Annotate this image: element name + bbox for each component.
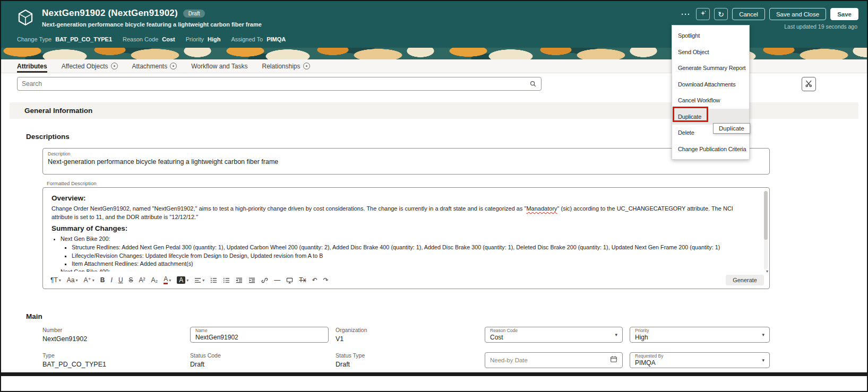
indent-icon[interactable] — [248, 277, 255, 284]
refresh-button[interactable]: ↻ — [714, 8, 728, 20]
redo-icon[interactable]: ↷ — [323, 276, 329, 284]
list-item: Next Gen Bike 400: Lifecycle/Revision Ch… — [61, 268, 755, 272]
paragraph-format-icon[interactable]: ¶T▾ — [50, 276, 61, 284]
page-title: NextGen91902 (NextGen91902) — [42, 8, 178, 19]
text-color-icon[interactable]: A▾ — [164, 276, 171, 284]
save-button[interactable]: Save — [830, 8, 858, 20]
sparkle-icon — [700, 10, 707, 19]
meta-assigned-to: Assigned To PIMQA — [231, 36, 286, 42]
search-input[interactable] — [22, 80, 526, 88]
font-family-icon[interactable]: Aa▾ — [67, 276, 78, 284]
media-icon[interactable] — [286, 277, 293, 284]
bold-icon[interactable]: B — [100, 276, 105, 284]
list-item: Item Attachment Redlines: Added attachme… — [72, 260, 755, 268]
description-field[interactable]: Description Next-generation performance … — [42, 148, 770, 175]
outdent-icon[interactable] — [236, 277, 243, 284]
priority-select[interactable]: Priority High ▾ — [630, 327, 770, 343]
search-field[interactable] — [17, 77, 542, 91]
superscript-icon[interactable]: A² — [139, 276, 145, 284]
menu-item-send-object[interactable]: Send Object — [672, 44, 749, 60]
status-type-field: Status Type Draft — [336, 352, 485, 368]
numbered-list-icon[interactable] — [223, 277, 230, 284]
count-icon — [111, 63, 118, 69]
bullet-list-icon[interactable] — [210, 277, 217, 284]
app-logo-icon — [16, 8, 35, 27]
menu-item-cancel-workflow[interactable]: Cancel Workflow — [672, 92, 749, 109]
align-icon[interactable]: ▾ — [194, 277, 204, 284]
menu-item-generate-summary-report[interactable]: Generate Summary Report — [672, 60, 749, 76]
tab-attributes[interactable]: Attributes — [17, 59, 47, 73]
organization-field: Organization V1 — [336, 327, 485, 343]
italic-icon[interactable]: I — [111, 276, 113, 284]
underline-icon[interactable]: U — [118, 276, 123, 284]
undo-icon[interactable]: ↶ — [312, 276, 317, 284]
name-field[interactable]: Name NextGen91902 — [190, 327, 329, 343]
scissors-icon — [805, 80, 813, 89]
menu-item-spotlight[interactable]: Spotlight — [672, 28, 749, 44]
generate-button[interactable]: Generate — [726, 275, 764, 285]
refresh-icon: ↻ — [718, 10, 724, 19]
duplicate-tooltip: Duplicate — [713, 123, 750, 134]
search-icon[interactable] — [529, 80, 537, 88]
header-meta: Change Type BAT_PD_CO_TYPE1 Reason Code … — [17, 36, 286, 42]
section-main: Main — [26, 312, 858, 320]
tab-affected-objects[interactable]: Affected Objects — [62, 59, 118, 73]
chevron-down-icon: ▾ — [762, 332, 764, 337]
actions-dropdown-menu: Spotlight Send Object Generate Summary R… — [672, 25, 750, 160]
last-updated-text: Last updated 19 seconds ago — [784, 23, 857, 30]
menu-item-change-publication-criteria[interactable]: Change Publication Criteria — [672, 141, 749, 158]
overview-paragraph: Change Order NextGen91902, named "NextGe… — [51, 205, 755, 222]
highlight-color-icon[interactable]: A▾ — [177, 276, 188, 284]
summary-list: Next Gen Bike 200: Structure Redlines: A… — [61, 235, 755, 272]
editor-scrollbar-thumb[interactable] — [764, 191, 768, 240]
summary-heading: Summary of Changes: — [51, 224, 755, 232]
description-field-value: Next-generation performance bicycle feat… — [48, 158, 764, 167]
number-field: Number NextGen91902 — [42, 327, 190, 343]
status-badge: Draft — [183, 10, 205, 18]
page-subtitle: Next-generation performance bicycle feat… — [42, 21, 262, 28]
requested-by-select[interactable]: Requested By PIMQA ▾ — [630, 352, 770, 368]
overview-heading: Overview: — [51, 194, 755, 202]
clear-format-icon[interactable]: Tx — [299, 276, 306, 284]
link-icon[interactable] — [261, 277, 268, 284]
type-field: Type BAT_PD_CO_TYPE1 — [42, 352, 190, 368]
list-item: Next Gen Bike 200: Structure Redlines: A… — [61, 235, 755, 268]
more-actions-button[interactable]: ⋯ — [678, 8, 692, 20]
count-icon — [170, 63, 177, 69]
tab-attachments[interactable]: Attachments — [132, 59, 177, 73]
editor-content[interactable]: Overview: Change Order NextGen91902, nam… — [43, 188, 769, 272]
cancel-button[interactable]: Cancel — [732, 8, 765, 20]
meta-reason-code: Reason Code Cost — [123, 36, 175, 42]
list-item: Structure Redlines: Added Next Gen Pedal… — [72, 243, 755, 251]
menu-item-duplicate[interactable]: Duplicate — [672, 109, 749, 125]
meta-priority: Priority High — [186, 36, 221, 42]
chevron-down-icon: ▾ — [615, 332, 617, 337]
save-and-close-button[interactable]: Save and Close — [769, 8, 826, 20]
main-fields-grid: Number NextGen91902 Name NextGen91902 Or… — [42, 327, 770, 368]
list-item: Lifecycle/Revision Changes: Updated life… — [72, 252, 755, 260]
tab-relationships[interactable]: Relationships — [262, 59, 310, 73]
header-actions: ⋯ ↻ Cancel Save and Close Save — [678, 8, 858, 20]
meta-change-type: Change Type BAT_PD_CO_TYPE1 — [17, 36, 112, 42]
editor-toolbar: ¶T▾ Aa▾ A⁺▾ B I U S A² A₂ A▾ A▾ ▾ — [43, 272, 769, 289]
calendar-icon[interactable] — [610, 355, 617, 365]
chevron-down-icon: ▾ — [762, 358, 764, 363]
scissors-button[interactable] — [802, 77, 816, 91]
subscript-icon[interactable]: A₂ — [151, 276, 158, 284]
description-field-label: Description — [48, 151, 764, 157]
formatted-description-editor: Overview: Change Order NextGen91902, nam… — [42, 187, 770, 289]
formatted-description-label: Formatted Description — [47, 180, 770, 186]
window-bottom-edge — [1, 372, 867, 376]
app-window: NextGen91902 (NextGen91902) Draft Next-g… — [0, 0, 868, 392]
reason-code-select[interactable]: Reason Code Cost ▾ — [485, 327, 623, 343]
status-code-field: Status Code Draft — [190, 352, 336, 368]
font-size-icon[interactable]: A⁺▾ — [84, 276, 94, 284]
ai-assist-button[interactable] — [696, 8, 710, 20]
count-icon — [303, 63, 310, 69]
need-by-date-field[interactable]: Need-by Date — [485, 352, 623, 368]
horizontal-rule-icon[interactable]: — — [274, 276, 280, 284]
tab-workflow-and-tasks[interactable]: Workflow and Tasks — [191, 59, 247, 73]
strikethrough-icon[interactable]: S — [129, 276, 133, 284]
menu-item-download-attachments[interactable]: Download Attachments — [672, 76, 749, 93]
misspelled-word: Manadatory — [526, 205, 557, 212]
